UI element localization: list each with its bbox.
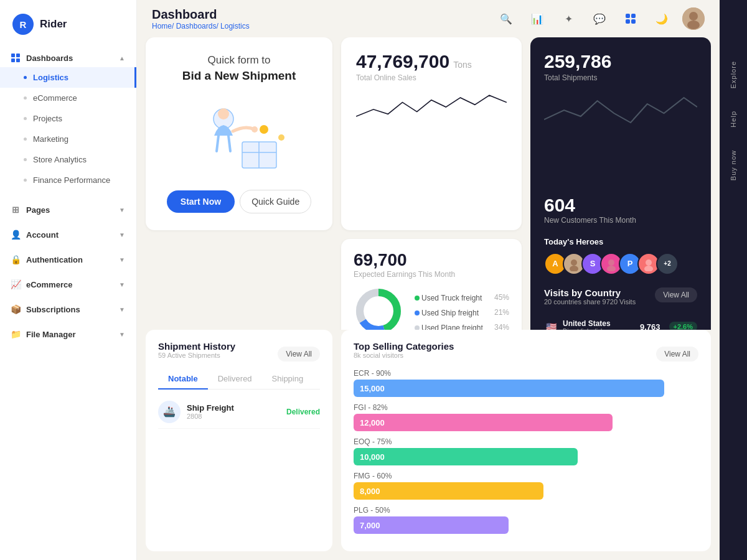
tab-delivered[interactable]: Delivered — [208, 369, 262, 390]
selling-title: Top Selling Categories — [354, 341, 454, 352]
selling-view-all[interactable]: View All — [656, 347, 698, 362]
sidebar-item-logistics[interactable]: Logistics — [0, 67, 136, 88]
buynow-label: Buy now — [730, 150, 737, 180]
dashboards-section: Dashboards ▲ Logistics eCommerce Project… — [0, 46, 136, 194]
explore-label: Explore — [730, 61, 737, 88]
side-panel-help[interactable]: Help — [720, 100, 747, 139]
subs-label: Subscriptions — [26, 305, 80, 314]
visits-view-all[interactable]: View All — [655, 287, 697, 302]
total-shipments-label: Total Shipments — [544, 73, 697, 82]
settings-icon[interactable]: ✦ — [558, 8, 579, 29]
sidebar-item-marketing[interactable]: Marketing — [0, 129, 136, 149]
ecom-category[interactable]: 📈 eCommerce ▼ — [0, 273, 136, 294]
dashboards-label: Dashboards — [26, 54, 73, 63]
customers-number: 604 — [544, 195, 575, 216]
pages-section: ⊞ Pages ▼ — [0, 198, 136, 223]
selling-header: Top Selling Categories 8k social visitor… — [354, 341, 698, 366]
ship-name: Ship Freight — [187, 403, 280, 413]
svg-point-14 — [607, 266, 616, 271]
tab-notable[interactable]: Notable — [158, 369, 208, 390]
svg-point-8 — [251, 126, 258, 133]
chart-icon[interactable]: 📊 — [527, 8, 548, 29]
bar-label: EOQ - 75% — [354, 437, 698, 446]
sidebar-item-label: Finance Performance — [33, 175, 110, 185]
visits-title: Visits by Country — [544, 287, 636, 298]
ship-id: 2808 — [187, 413, 280, 420]
avatar[interactable] — [682, 7, 705, 30]
bar-track: 15,000 — [354, 380, 664, 397]
svg-point-16 — [644, 266, 653, 271]
svg-point-10 — [278, 134, 284, 141]
breadcrumb-current: Logistics — [220, 22, 250, 30]
quick-guide-button[interactable]: Quick Guide — [240, 190, 311, 213]
svg-point-9 — [260, 125, 268, 134]
breadcrumb-home: Home/ — [152, 22, 174, 30]
ecom-icon: 📈 — [10, 279, 21, 290]
sidebar-item-label: eCommerce — [33, 93, 77, 103]
ship-info: Ship Freight 2808 — [187, 403, 280, 420]
messages-icon[interactable]: 💬 — [589, 8, 610, 29]
dashboards-category[interactable]: Dashboards ▲ — [0, 46, 136, 67]
sidebar-item-finance[interactable]: Finance Performance — [0, 170, 136, 190]
content-grid: Quick form to Bid a New Shipment — [137, 37, 720, 330]
shipment-title: Shipment History — [158, 341, 235, 352]
account-category[interactable]: 👤 Account ▼ — [0, 223, 136, 244]
pages-category[interactable]: ⊞ Pages ▼ — [0, 198, 136, 219]
main-content: Dashboard Home/ Dashboards/ Logistics 🔍 … — [137, 0, 720, 560]
truck-label: Used Truck freight — [421, 294, 482, 302]
start-now-button[interactable]: Start Now — [167, 190, 235, 213]
dashboards-icon — [10, 52, 21, 63]
chevron-down-icon4: ▼ — [119, 281, 125, 288]
freight-legend: Used Truck freight 45% Used Ship freight… — [415, 292, 509, 330]
svg-point-13 — [608, 259, 614, 266]
country-row: 🇺🇸 United States Direct link clicks 9,76… — [544, 315, 697, 330]
shipment-tabs: Notable Delivered Shipping — [158, 369, 320, 390]
sidebar-item-label: Logistics — [33, 73, 68, 82]
files-label: File Manager — [26, 330, 75, 339]
visits-subtitle: 20 countries share 9720 Visits — [544, 298, 636, 306]
subs-section: 📦 Subscriptions ▼ — [0, 297, 136, 322]
page-title: Dashboard — [152, 7, 250, 22]
help-label: Help — [730, 111, 737, 128]
shipment-header: Shipment History 59 Active Shipments Vie… — [158, 341, 320, 366]
sidebar-item-label: Store Analytics — [33, 155, 87, 164]
ship-pct: 21% — [494, 308, 509, 317]
earnings-card: 69,700 Expected Earnings This Month Used — [341, 239, 522, 330]
subs-icon: 📦 — [10, 304, 21, 315]
customers-label: New Customers This Month — [544, 216, 697, 225]
account-section: 👤 Account ▼ — [0, 223, 136, 248]
subs-category[interactable]: 📦 Subscriptions ▼ — [0, 297, 136, 319]
chevron-down-icon3: ▼ — [119, 256, 125, 263]
auth-category[interactable]: 🔒 Authentication ▼ — [0, 248, 136, 269]
side-panel-buynow[interactable]: Buy now — [720, 139, 747, 192]
bar-item: PLG - 50% 7,000 — [354, 506, 698, 534]
bar-item: FGI - 82% 12,000 — [354, 403, 698, 431]
country-num: 9,763 — [640, 322, 660, 330]
total-sales-number: 47,769,700 — [356, 51, 449, 72]
tab-shipping[interactable]: Shipping — [262, 369, 314, 390]
country-flag: 🇺🇸 — [544, 322, 558, 330]
country-change: +2.6% — [669, 322, 698, 330]
files-category[interactable]: 📁 File Manager ▼ — [0, 322, 136, 343]
theme-toggle[interactable]: 🌙 — [651, 8, 672, 29]
chevron-down-icon2: ▼ — [119, 231, 125, 238]
ship-label: Used Ship freight — [421, 309, 479, 317]
bar-label: PLG - 50% — [354, 506, 698, 515]
search-icon[interactable]: 🔍 — [496, 8, 517, 29]
side-panel-explore[interactable]: Explore — [720, 50, 747, 100]
shipment-item: 🚢 Ship Freight 2808 Delivered — [158, 396, 320, 429]
shipment-view-all[interactable]: View All — [278, 347, 320, 362]
sidebar-item-projects[interactable]: Projects — [0, 108, 136, 129]
total-sales-chart — [356, 88, 507, 230]
sidebar-item-ecommerce[interactable]: eCommerce — [0, 88, 136, 108]
grid-toggle[interactable] — [620, 8, 641, 29]
shipment-subtitle: 59 Active Shipments — [158, 352, 235, 359]
heroes-label: Today's Heroes — [544, 237, 697, 246]
bar-label: FMG - 60% — [354, 472, 698, 480]
svg-point-11 — [571, 259, 577, 266]
freight-section: Used Truck freight 45% Used Ship freight… — [354, 286, 509, 330]
bars-list: ECR - 90% 15,000 FGI - 82% 12,000 EOQ - … — [354, 369, 698, 534]
bar-item: EOQ - 75% 10,000 — [354, 437, 698, 465]
sidebar-item-store-analytics[interactable]: Store Analytics — [0, 149, 136, 170]
chevron-down-icon: ▼ — [119, 207, 125, 213]
